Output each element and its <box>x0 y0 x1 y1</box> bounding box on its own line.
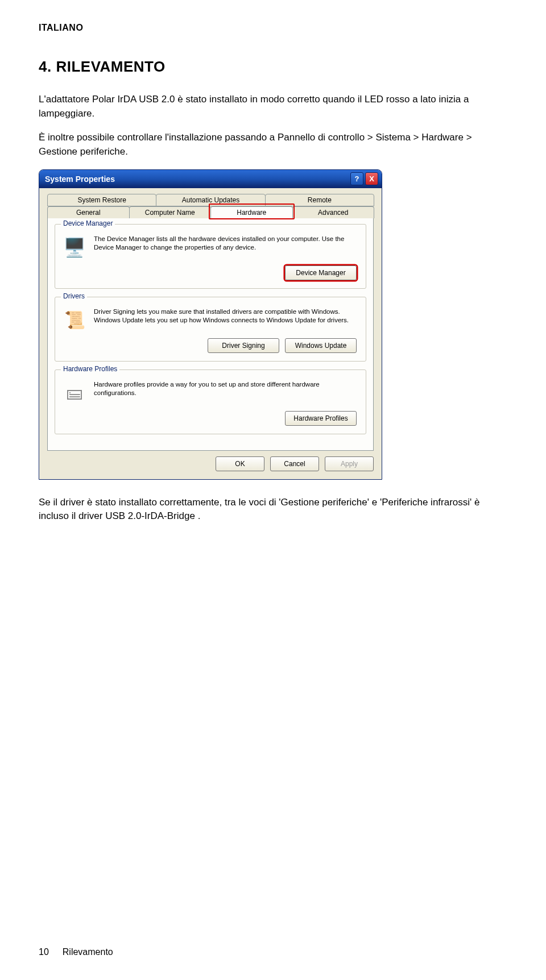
drivers-icon: 📜 <box>62 308 87 333</box>
footer-section-name: Rilevamento <box>63 947 113 957</box>
tabstrip: System Restore Automatic Updates Remote … <box>39 188 382 218</box>
device-manager-button[interactable]: Device Manager <box>285 265 357 280</box>
paragraph-1: L'adattatore Polar IrDA USB 2.0 è stato … <box>39 93 507 121</box>
tab-system-restore[interactable]: System Restore <box>47 194 156 206</box>
device-manager-description: The Device Manager lists all the hardwar… <box>94 235 359 252</box>
legend-device-manager: Device Manager <box>61 219 115 227</box>
group-hardware-profiles: Hardware Profiles 🖴 Hardware profiles pr… <box>55 369 366 434</box>
legend-drivers: Drivers <box>61 292 87 300</box>
tab-remote[interactable]: Remote <box>265 194 374 206</box>
window-title: System Properties <box>43 175 349 184</box>
cancel-button[interactable]: Cancel <box>270 456 319 471</box>
tab-hardware[interactable]: Hardware <box>210 206 293 218</box>
paragraph-3: Se il driver è stato installato corretta… <box>39 496 507 524</box>
group-device-manager: Device Manager 🖥️ The Device Manager lis… <box>55 224 366 289</box>
system-properties-window: System Properties ? X System Restore Aut… <box>39 169 382 480</box>
tab-advanced[interactable]: Advanced <box>292 206 375 218</box>
dialog-button-row: OK Cancel Apply <box>39 456 382 479</box>
hardware-profiles-button[interactable]: Hardware Profiles <box>285 411 357 426</box>
section-heading: 4. RILEVAMENTO <box>39 58 507 76</box>
apply-button[interactable]: Apply <box>325 456 374 471</box>
hardware-profiles-description: Hardware profiles provide a way for you … <box>94 380 359 398</box>
titlebar: System Properties ? X <box>39 170 382 188</box>
device-manager-icon: 🖥️ <box>62 235 87 260</box>
page-number: 10 <box>39 947 49 957</box>
language-label: ITALIANO <box>39 23 507 33</box>
driver-signing-button[interactable]: Driver Signing <box>208 338 279 353</box>
tab-general[interactable]: General <box>47 206 130 218</box>
ok-button[interactable]: OK <box>216 456 264 471</box>
legend-hardware-profiles: Hardware Profiles <box>61 365 119 373</box>
help-button[interactable]: ? <box>350 172 363 185</box>
hardware-profiles-icon: 🖴 <box>62 380 87 405</box>
drivers-description: Driver Signing lets you make sure that i… <box>94 308 359 325</box>
tab-body: Device Manager 🖥️ The Device Manager lis… <box>47 218 374 451</box>
page-footer: 10 Rilevamento <box>39 947 113 957</box>
tab-hardware-label: Hardware <box>237 209 266 217</box>
tab-automatic-updates[interactable]: Automatic Updates <box>156 194 265 206</box>
windows-update-button[interactable]: Windows Update <box>285 338 357 353</box>
tab-computer-name[interactable]: Computer Name <box>129 206 212 218</box>
paragraph-2: È inoltre possibile controllare l'instal… <box>39 131 507 159</box>
group-drivers: Drivers 📜 Driver Signing lets you make s… <box>55 297 366 362</box>
close-button[interactable]: X <box>365 172 378 185</box>
